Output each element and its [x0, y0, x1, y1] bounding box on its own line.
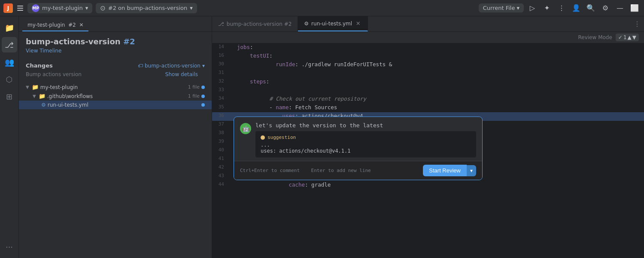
review-count: 1: [623, 34, 627, 40]
review-nav-up-icon[interactable]: ▲: [628, 34, 632, 40]
code-line-33: 33: [212, 86, 644, 95]
current-file-label: Current File: [483, 5, 515, 11]
file-tree: ▼ 📁 my-test-plugin 1 file ▼ 📁 .github\wo…: [19, 81, 212, 111]
tree-subfolder-name: .github\workflows: [47, 93, 185, 99]
footer-hints: Ctrl+Enter to comment Enter to add new l…: [240, 168, 371, 173]
changes-description: Bump actions version: [26, 71, 82, 77]
activity-collab-icon[interactable]: 👥: [2, 54, 17, 70]
minimize-icon[interactable]: —: [614, 2, 626, 14]
review-checkmark-icon: ✓: [618, 34, 623, 40]
main-layout: 📁 ⎇ 👥 ⬡ ⊞ ··· my-test-plugin #2 ✕ bump-a…: [0, 16, 644, 258]
comment-popup-footer: Ctrl+Enter to comment Enter to add new l…: [234, 161, 482, 180]
tree-root-dot: [201, 86, 205, 89]
activity-folder-icon[interactable]: 📁: [2, 20, 17, 35]
code-line-30: 30 runIde: ./gradlew runIdeForUITests &: [212, 61, 644, 69]
editor-tab-pr[interactable]: ⎇ bump-actions-version #2: [212, 16, 298, 31]
branch-badge[interactable]: 🏷 bump-actions-version ▾: [138, 63, 205, 69]
tab2-icon: ⚙: [304, 21, 309, 27]
suggestion-ellipsis: ...: [261, 142, 471, 148]
show-details-link[interactable]: Show details: [165, 71, 205, 77]
tree-root-name: my-test-plugin: [40, 84, 185, 90]
pr-selector[interactable]: ⊙ #2 on bump-actions-version ▾: [96, 3, 197, 13]
commenter-avatar: 🤖: [240, 123, 251, 134]
review-mode-nav[interactable]: ✓ 1 ▲ ▼: [616, 34, 639, 41]
editor-tab-actions: ⋮: [630, 16, 644, 31]
tree-folder-root-icon: 📁: [32, 84, 39, 90]
tree-file-dot: [201, 103, 205, 107]
tree-item-root[interactable]: ▼ 📁 my-test-plugin 1 file: [19, 83, 212, 92]
code-line-44: 44 cache: gradle: [212, 181, 644, 190]
debug-icon[interactable]: ✦: [541, 2, 553, 14]
search-icon[interactable]: 🔍: [585, 2, 597, 14]
editor-tab-more-icon[interactable]: ⋮: [634, 20, 641, 28]
app-logo: J: [3, 3, 13, 13]
editor-area: ⎇ bump-actions-version #2 ⚙ run-ui-tests…: [212, 16, 644, 258]
current-file-button[interactable]: Current File ▾: [479, 3, 524, 12]
suggestion-content: uses: actions/checkout@v4.1.1: [261, 148, 471, 154]
comment-body: let's update the version to the latest s…: [255, 122, 476, 157]
activity-bar: 📁 ⎇ 👥 ⬡ ⊞ ···: [0, 16, 19, 258]
branch-chevron-icon: ▾: [85, 5, 88, 11]
tree-chevron-subfolder-icon: ▼: [33, 94, 36, 98]
sidebar-tab-plugin[interactable]: my-test-plugin #2 ✕: [22, 19, 88, 31]
activity-more-icon[interactable]: ···: [2, 239, 17, 255]
plugin-branch-selector[interactable]: MP my-test-plugin ▾: [27, 3, 92, 13]
code-view[interactable]: 14 jobs: 16 testUI: 30 runIde: ./gradlew…: [212, 43, 644, 258]
activity-grid-icon[interactable]: ⊞: [2, 89, 17, 104]
tree-subfolder-count: 1 file: [188, 93, 200, 99]
plugin-name-label: my-test-plugin: [42, 5, 83, 11]
top-bar: J MP my-test-plugin ▾ ⊙ #2 on bump-actio…: [0, 0, 644, 16]
current-file-chevron-icon: ▾: [516, 5, 519, 11]
editor-tabs: ⎇ bump-actions-version #2 ⚙ run-ui-tests…: [212, 16, 644, 32]
tree-item-subfolder[interactable]: ▼ 📁 .github\workflows 1 file: [19, 92, 212, 101]
editor-body: 14 jobs: 16 testUI: 30 runIde: ./gradlew…: [212, 43, 644, 258]
start-review-chevron-button[interactable]: ▾: [467, 165, 476, 176]
tab2-close-icon[interactable]: ✕: [355, 20, 361, 27]
suggestion-dot-icon: [261, 135, 265, 140]
maximize-icon[interactable]: ⬜: [629, 2, 641, 14]
tree-file-icon: ⚙: [41, 102, 46, 108]
comment-popup: 🤖 let's update the version to the latest…: [234, 117, 483, 180]
sidebar-tabs: my-test-plugin #2 ✕: [19, 16, 212, 32]
pr-title: bump-actions-version #2: [19, 37, 212, 48]
plugin-avatar: MP: [32, 4, 39, 12]
activity-git-icon[interactable]: ⎇: [2, 37, 17, 52]
pr-label: #2 on bump-actions-version: [108, 5, 187, 11]
top-bar-right: Current File ▾ ▷ ✦ ⋮ 👤 🔍 ⚙ — ⬜: [479, 2, 641, 14]
tab-close-icon[interactable]: ✕: [79, 22, 83, 28]
activity-debug-icon[interactable]: ⬡: [2, 71, 17, 87]
run-icon[interactable]: ▷: [526, 2, 538, 14]
review-mode-label: Review Mode: [578, 34, 612, 40]
tree-item-file[interactable]: ⚙ run-ui-tests.yml: [19, 101, 212, 109]
tab1-label: bump-actions-version #2: [227, 21, 292, 27]
changes-title: Changes: [26, 62, 53, 69]
code-line-34: 34 # Check out current repository: [212, 95, 644, 104]
changes-section-header: Changes 🏷 bump-actions-version ▾: [19, 59, 212, 71]
suggestion-label: suggestion: [261, 135, 471, 140]
tab2-label: run-ui-tests.yml: [311, 21, 352, 27]
editor-tab-file[interactable]: ⚙ run-ui-tests.yml ✕: [298, 16, 368, 31]
code-line-16: 16 testUI:: [212, 52, 644, 61]
branch-badge-chevron-icon: ▾: [202, 63, 205, 69]
account-icon[interactable]: 👤: [570, 2, 582, 14]
hamburger-menu[interactable]: [16, 4, 24, 12]
settings-icon[interactable]: ⚙: [599, 2, 611, 14]
tree-chevron-root-icon: ▼: [26, 85, 29, 89]
code-line-32: 32 steps:: [212, 78, 644, 86]
tab1-icon: ⎇: [218, 21, 224, 27]
review-nav-down-icon[interactable]: ▼: [632, 34, 636, 40]
suggestion-block: suggestion ... uses: actions/checkout@v4…: [255, 131, 476, 157]
tree-folder-subfolder-icon: 📁: [39, 93, 46, 99]
code-line-31: 31: [212, 69, 644, 78]
pr-chevron-icon: ▾: [190, 5, 193, 11]
more-options-icon[interactable]: ⋮: [556, 2, 568, 14]
footer-actions: Start Review ▾: [423, 165, 476, 176]
start-review-button[interactable]: Start Review: [423, 165, 467, 176]
comment-popup-header: 🤖 let's update the version to the latest…: [234, 117, 482, 161]
tree-file-name: run-ui-tests.yml: [48, 102, 200, 108]
tree-root-count: 1 file: [188, 84, 200, 90]
review-mode-bar: Review Mode ✓ 1 ▲ ▼: [212, 32, 644, 43]
github-icon: ⊙: [100, 4, 106, 12]
view-timeline-link[interactable]: View Timeline: [19, 48, 212, 59]
sidebar: my-test-plugin #2 ✕ bump-actions-version…: [19, 16, 212, 258]
